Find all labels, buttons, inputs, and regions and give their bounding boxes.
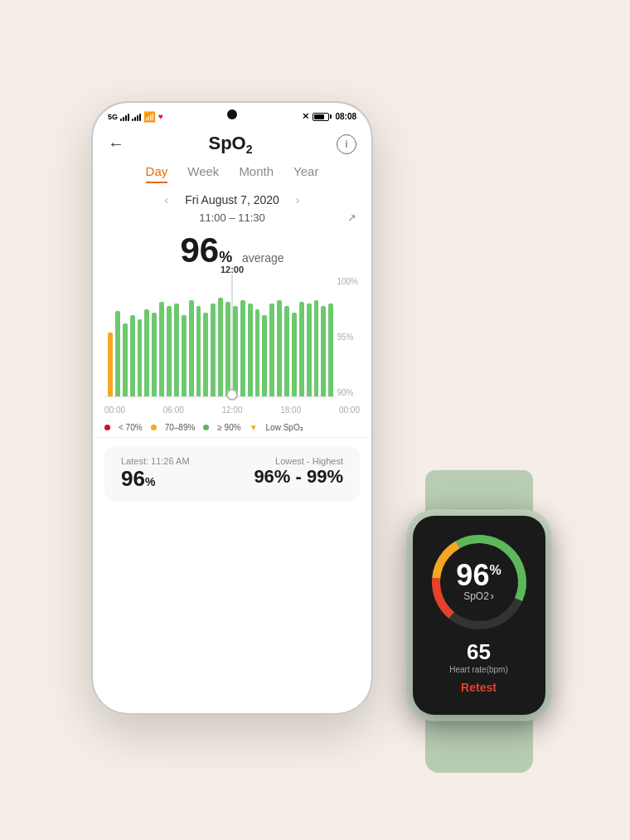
back-button[interactable]: ← bbox=[108, 134, 124, 153]
gauge-value: 96% bbox=[456, 561, 501, 590]
range-stat: Lowest - Highest 96% - 99% bbox=[254, 456, 343, 488]
signal-bars-2 bbox=[132, 113, 141, 121]
chart-bar bbox=[189, 300, 194, 397]
chart-bar bbox=[292, 313, 297, 397]
smartwatch: 96% SpO2 › 65 Heart rate(bpm) Retest bbox=[402, 507, 555, 723]
chart-y-axis: 100% 95% 90% bbox=[335, 277, 360, 397]
chart-bar bbox=[314, 300, 319, 397]
legend-label-mid: 70–89% bbox=[165, 423, 196, 432]
watch-strap-bottom bbox=[425, 706, 533, 773]
legend-label-lowspo2: Low SpO₂ bbox=[266, 423, 303, 432]
y-label-95: 95% bbox=[337, 333, 358, 342]
chart-bar bbox=[233, 306, 238, 396]
cursor-label-group: 12:00 bbox=[218, 265, 246, 274]
app-header: ← SpO2 i bbox=[91, 126, 373, 161]
gauge-container: 96% SpO2 › bbox=[425, 528, 533, 636]
chart-bar bbox=[240, 300, 245, 397]
legend-label-high: ≥ 90% bbox=[217, 423, 240, 432]
expand-button[interactable]: ↗ bbox=[347, 211, 356, 224]
signal-bars-1 bbox=[120, 113, 129, 121]
chart-bar bbox=[108, 333, 113, 397]
chart-bar bbox=[182, 315, 187, 397]
latest-stat: Latest: 11:26 AM 96% bbox=[121, 456, 190, 492]
chart-bar bbox=[277, 300, 282, 397]
time-label-0: 00:00 bbox=[104, 405, 125, 415]
chart-bar bbox=[174, 303, 179, 397]
latest-value: 96% bbox=[121, 466, 155, 492]
tab-month[interactable]: Month bbox=[239, 164, 274, 183]
chart-bar bbox=[159, 302, 164, 397]
chart-bar bbox=[262, 315, 267, 397]
y-label-100: 100% bbox=[337, 277, 358, 286]
bar4 bbox=[139, 114, 141, 121]
page-title: SpO2 bbox=[208, 133, 252, 156]
watch-strap-top bbox=[425, 470, 533, 520]
tab-bar: Day Week Month Year bbox=[91, 161, 373, 187]
time-range-row: 11:00 – 11:30 ↗ bbox=[91, 208, 373, 227]
cursor-line bbox=[232, 273, 233, 393]
info-button[interactable]: i bbox=[337, 134, 356, 154]
wifi-icon: 📶 bbox=[143, 111, 156, 123]
time-range-label: 11:00 – 11:30 bbox=[199, 210, 265, 226]
current-date: Fri August 7, 2020 bbox=[185, 193, 279, 206]
chart-legend: < 70% 70–89% ≥ 90% ▼ Low SpO₂ bbox=[91, 418, 373, 438]
chart-bar bbox=[196, 306, 201, 396]
gauge-unit: % bbox=[489, 563, 501, 577]
y-label-90: 90% bbox=[337, 388, 358, 397]
chart-bars bbox=[104, 277, 337, 397]
chart-bar bbox=[269, 303, 274, 397]
legend-dot-mid bbox=[151, 425, 157, 430]
next-date-button[interactable]: › bbox=[296, 193, 300, 206]
bar2 bbox=[123, 117, 124, 121]
heart-rate-label: Heart rate(bpm) bbox=[449, 665, 508, 674]
watch-body: 96% SpO2 › 65 Heart rate(bpm) Retest bbox=[413, 516, 545, 715]
scene: 5G 📶 ♥ ⨯ bbox=[66, 68, 564, 773]
status-left: 5G 📶 ♥ bbox=[108, 111, 163, 123]
chart-bar bbox=[321, 306, 326, 396]
latest-label: Latest: 11:26 AM bbox=[121, 456, 190, 466]
retest-button[interactable]: Retest bbox=[461, 681, 497, 694]
date-navigation: ‹ Fri August 7, 2020 › bbox=[91, 187, 373, 208]
heart-rate-display: 65 Heart rate(bpm) bbox=[449, 639, 508, 674]
battery-icon bbox=[313, 113, 332, 121]
chart-bar bbox=[144, 309, 149, 397]
time-label-18: 18:00 bbox=[280, 405, 301, 415]
tab-day[interactable]: Day bbox=[146, 164, 168, 183]
chart-bar bbox=[255, 309, 260, 397]
average-label: average bbox=[242, 251, 284, 265]
bar1 bbox=[132, 119, 133, 121]
chart-bar bbox=[167, 306, 172, 396]
legend-dot-low bbox=[104, 425, 110, 430]
chart-bar bbox=[299, 302, 304, 397]
heart-icon: ♥ bbox=[158, 112, 163, 121]
legend-label-low: < 70% bbox=[119, 423, 143, 432]
phone: 5G 📶 ♥ ⨯ bbox=[91, 101, 373, 715]
legend-dot-high bbox=[203, 425, 209, 430]
time-display: 08:08 bbox=[335, 112, 356, 121]
time-label-24: 00:00 bbox=[339, 405, 360, 415]
status-right: ⨯ 08:08 bbox=[302, 111, 356, 122]
range-label: Lowest - Highest bbox=[275, 456, 343, 466]
bluetooth-icon: ⨯ bbox=[302, 111, 309, 122]
subscript-2: 2 bbox=[246, 143, 253, 156]
bar3 bbox=[137, 115, 138, 121]
bar3 bbox=[125, 115, 127, 121]
chart-bar bbox=[123, 323, 128, 396]
gauge-text: 96% SpO2 › bbox=[456, 561, 501, 602]
chart-bar bbox=[284, 306, 289, 396]
average-value: 96% average bbox=[181, 231, 284, 269]
chart-bar bbox=[130, 315, 135, 397]
tab-year[interactable]: Year bbox=[293, 164, 318, 183]
prev-date-button[interactable]: ‹ bbox=[165, 193, 169, 206]
chart-bar bbox=[248, 303, 253, 397]
chart-bar bbox=[225, 302, 230, 397]
chart-bar bbox=[307, 303, 312, 397]
timeline-cursor-area: 12:00 00:00 06:00 12:00 18:00 00:00 bbox=[104, 397, 360, 418]
tab-week[interactable]: Week bbox=[187, 164, 219, 183]
bar1 bbox=[120, 119, 122, 121]
chart-bar bbox=[328, 303, 333, 397]
chart-bar bbox=[138, 319, 143, 397]
gauge-arrow-icon[interactable]: › bbox=[491, 590, 494, 602]
camera bbox=[227, 109, 237, 119]
cursor-time-label: 12:00 bbox=[218, 265, 246, 274]
